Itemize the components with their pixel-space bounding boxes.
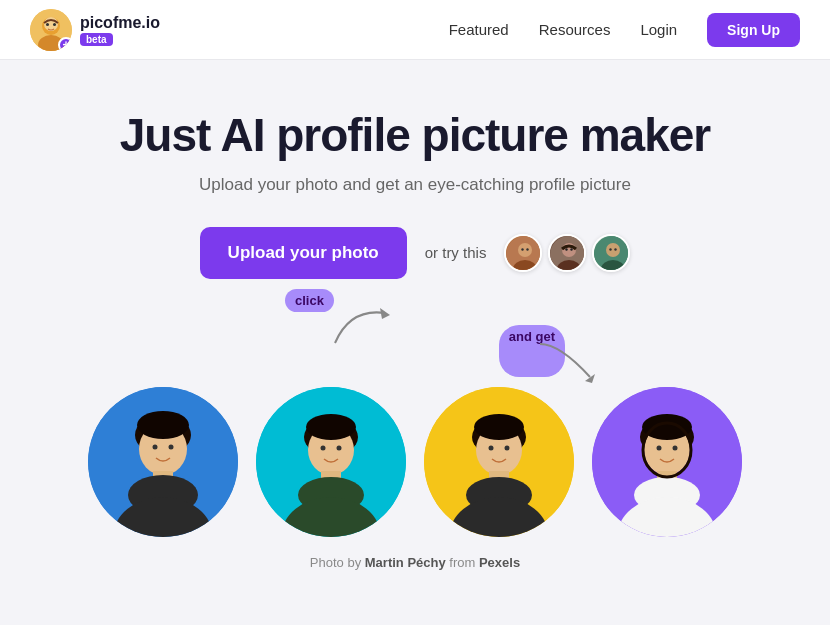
svg-point-10 (527, 248, 529, 250)
click-arrow (325, 303, 395, 348)
logo-plus-icon: + (58, 37, 72, 51)
sample-avatar-3[interactable] (592, 234, 630, 272)
sample-avatar-2-svg (550, 236, 586, 272)
result-person-yellow (424, 387, 574, 537)
photo-credit-author: Martin Péchy (365, 555, 446, 570)
result-circle-purple (592, 387, 742, 537)
main-content: Just AI profile picture maker Upload you… (0, 60, 830, 570)
upload-button[interactable]: Upload your photo (200, 227, 407, 279)
svg-point-39 (337, 445, 342, 450)
photo-credit: Photo by Martin Péchy from Pexels (310, 555, 520, 570)
sample-avatars (504, 234, 630, 272)
svg-point-30 (169, 444, 174, 449)
page-headline: Just AI profile picture maker (120, 110, 710, 161)
logo-area: + picofme.io beta (30, 9, 160, 51)
upload-row: Upload your photo or try this (200, 227, 631, 279)
svg-point-38 (321, 445, 326, 450)
svg-point-49 (474, 414, 524, 440)
svg-point-7 (518, 243, 532, 257)
logo-avatar: + (30, 9, 72, 51)
annotations-wrapper: click and get (205, 287, 625, 377)
svg-point-9 (522, 248, 524, 250)
signup-button[interactable]: Sign Up (707, 13, 800, 47)
svg-marker-22 (585, 374, 595, 383)
svg-point-58 (642, 414, 692, 440)
svg-point-4 (46, 23, 49, 26)
logo-name: picofme.io (80, 14, 160, 32)
svg-point-47 (489, 445, 494, 450)
svg-marker-21 (380, 308, 390, 319)
result-row (88, 387, 742, 537)
nav-featured[interactable]: Featured (449, 21, 509, 38)
nav-resources[interactable]: Resources (539, 21, 611, 38)
sample-avatar-1-svg (506, 236, 542, 272)
result-person-teal (256, 387, 406, 537)
photo-credit-from: from (446, 555, 479, 570)
page-subheadline: Upload your photo and get an eye-catchin… (199, 175, 631, 195)
svg-point-15 (571, 248, 573, 250)
svg-point-19 (610, 248, 612, 250)
sample-avatar-2[interactable] (548, 234, 586, 272)
photo-credit-source: Pexels (479, 555, 520, 570)
logo-text: picofme.io beta (80, 14, 160, 46)
svg-point-56 (657, 445, 662, 450)
or-try-text: or try this (425, 244, 487, 261)
sample-avatar-3-svg (594, 236, 630, 272)
svg-point-48 (505, 445, 510, 450)
svg-point-31 (137, 411, 189, 439)
svg-point-57 (673, 445, 678, 450)
get-arrow (530, 339, 600, 384)
result-circle-yellow (424, 387, 574, 537)
nav-login[interactable]: Login (640, 21, 677, 38)
result-person-purple (592, 387, 742, 537)
svg-point-5 (53, 23, 56, 26)
beta-badge: beta (80, 33, 113, 46)
svg-point-20 (615, 248, 617, 250)
sample-avatar-1[interactable] (504, 234, 542, 272)
svg-point-29 (153, 444, 158, 449)
site-header: + picofme.io beta Featured Resources Log… (0, 0, 830, 60)
svg-point-17 (606, 243, 620, 257)
main-nav: Featured Resources Login Sign Up (449, 13, 800, 47)
result-person-blue (88, 387, 238, 537)
svg-point-14 (566, 248, 568, 250)
photo-credit-prefix: Photo by (310, 555, 365, 570)
result-circle-blue (88, 387, 238, 537)
result-circle-teal (256, 387, 406, 537)
svg-point-40 (306, 414, 356, 440)
